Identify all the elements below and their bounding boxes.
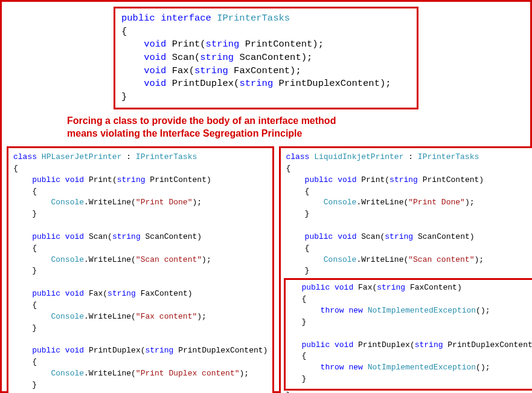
param: FaxContent (234, 65, 290, 76)
colon: : (403, 152, 417, 161)
outer-frame: public interface IPrinterTasks { void Pr… (0, 0, 532, 393)
param: PrintDuplexContent (279, 78, 380, 89)
method-name: PrintDuplex (89, 346, 141, 355)
param: FaxContent (410, 283, 457, 292)
kw-class: class (286, 152, 309, 161)
close: ); (202, 255, 211, 264)
method-name: Scan (89, 232, 107, 241)
kw-public: public (32, 289, 60, 298)
write: .WriteLine( (84, 198, 136, 207)
kw-string: string (117, 175, 146, 184)
kw-string: string (200, 52, 234, 63)
kw-string: string (389, 175, 418, 184)
param: ScanContent (146, 232, 197, 241)
kw-string: string (107, 289, 136, 298)
kw-string: string (206, 39, 240, 50)
kw-void: void (338, 232, 356, 241)
close: ); (240, 369, 249, 378)
kw-string: string (415, 340, 443, 349)
kw-void: void (144, 52, 166, 63)
string-literal: "Print Done" (136, 198, 193, 207)
kw-void: void (65, 289, 84, 298)
kw-new: new (348, 363, 362, 372)
class-name: HPLaserJetPrinter (42, 152, 122, 161)
param: PrintDuplexContent (178, 346, 263, 355)
method-name: Scan (361, 232, 380, 241)
method-name: Scan (172, 52, 194, 63)
close: ); (192, 198, 202, 207)
kw-void: void (144, 65, 166, 76)
string-literal: "Print Done" (408, 198, 465, 207)
exception: NotImplementedException (368, 363, 476, 372)
caption-line2: means violating the Interface Segregatio… (67, 128, 302, 138)
param: ScanContent (418, 232, 470, 241)
right-code-upper: class LiquidInkjetPrinter : IPrinterTask… (286, 152, 532, 277)
kw-void: void (338, 175, 356, 184)
right-code-closing: } (286, 390, 532, 393)
param: PrintContent (245, 39, 313, 50)
kw-public: public (301, 340, 330, 349)
param: PrintContent (150, 175, 207, 184)
console: Console (51, 198, 84, 207)
write: .WriteLine( (84, 369, 136, 378)
bottom-row: class HPLaserJetPrinter : IPrinterTasks … (7, 146, 525, 393)
param: PrintDuplexContent (447, 340, 532, 349)
close: (); (476, 306, 490, 315)
iface-name: IPrinterTasks (418, 152, 479, 161)
kw-throw: throw (321, 363, 344, 372)
console: Console (324, 198, 357, 207)
write: .WriteLine( (84, 312, 136, 321)
write: .WriteLine( (356, 198, 408, 207)
close: ); (474, 255, 484, 264)
method-name: PrintDuplex (172, 78, 234, 89)
kw-void: void (335, 283, 353, 292)
string-literal: "Fax content" (136, 312, 197, 321)
kw-public: public (32, 346, 60, 355)
console: Console (51, 369, 84, 378)
kw-string: string (385, 232, 413, 241)
close: ); (465, 198, 475, 207)
interface-code-block: public interface IPrinterTasks { void Pr… (114, 7, 418, 109)
kw-public: public (32, 175, 60, 184)
method-name: Fax (89, 289, 103, 298)
kw-public: public (301, 283, 330, 292)
kw-throw: throw (321, 306, 344, 315)
kw-void: void (144, 39, 166, 50)
method-name: Fax (358, 283, 372, 292)
right-code-lower: public void Fax(string FaxContent) { thr… (301, 282, 532, 385)
kw-interface: interface (161, 13, 211, 24)
highlighted-violation-block: public void Fax(string FaxContent) { thr… (284, 278, 532, 391)
kw-void: void (65, 175, 84, 184)
brace-open: { (286, 164, 290, 173)
method-name: Print (89, 175, 112, 184)
param: PrintContent (423, 175, 479, 184)
kw-void: void (335, 340, 353, 349)
kw-string: string (194, 65, 228, 76)
kw-class: class (13, 152, 37, 161)
brace-close: } (286, 391, 290, 393)
console: Console (324, 255, 357, 264)
interface-code: public interface IPrinterTasks { void Pr… (121, 12, 411, 104)
write: .WriteLine( (84, 255, 136, 264)
right-code-block: class LiquidInkjetPrinter : IPrinterTask… (279, 146, 532, 393)
kw-public: public (121, 13, 155, 24)
string-literal: "Scan content" (136, 255, 202, 264)
string-literal: "Print Duplex content" (136, 369, 240, 378)
method-name: Print (172, 39, 200, 50)
method-name: Print (361, 175, 385, 184)
write: .WriteLine( (356, 255, 408, 264)
caption-line1: Forcing a class to provide the body of a… (67, 115, 336, 126)
class-name: LiquidInkjetPrinter (314, 152, 403, 161)
console: Console (51, 312, 84, 321)
close: ); (197, 312, 207, 321)
kw-public: public (305, 175, 333, 184)
left-code: class HPLaserJetPrinter : IPrinterTasks … (13, 152, 268, 393)
kw-void: void (144, 78, 166, 89)
console: Console (51, 255, 84, 264)
param: ScanContent (239, 52, 301, 63)
colon: : (121, 152, 135, 161)
left-code-block: class HPLaserJetPrinter : IPrinterTasks … (7, 146, 274, 393)
kw-void: void (65, 232, 84, 241)
kw-new: new (348, 306, 362, 315)
kw-string: string (112, 232, 141, 241)
